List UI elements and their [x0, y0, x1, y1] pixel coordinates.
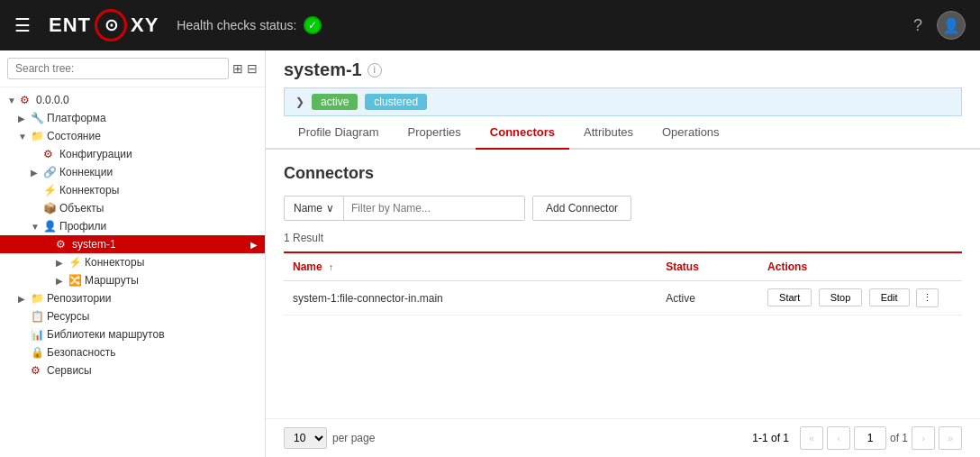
- pagination-controls: 1-1 of 1 « ‹ of 1 › »: [752, 426, 962, 450]
- logo: ENT ⊙ XY: [49, 9, 159, 41]
- connectors-table: Name ↑ Status Actions system-1:file-conn…: [284, 251, 962, 315]
- tree-icon: ⚡: [68, 256, 85, 269]
- last-page-button[interactable]: »: [939, 426, 962, 450]
- tab-attributes[interactable]: Attributes: [569, 116, 648, 150]
- col-header-status: Status: [657, 252, 758, 281]
- add-connector-button[interactable]: Add Connector: [532, 196, 631, 221]
- prev-page-button[interactable]: ‹: [827, 426, 850, 450]
- tree-arrow: ▼: [18, 132, 31, 142]
- per-page: 10 25 50 per page: [284, 427, 375, 449]
- table-row: system-1:file-connector-in.main Active S…: [284, 281, 962, 315]
- sidebar: ⊞ ⊟ ▼ ⚙ 0.0.0.0 ▶ 🔧 Платформа ▼ 📁 Состоя…: [0, 50, 266, 457]
- page-range-label: 1-1 of 1: [752, 432, 789, 444]
- first-page-button[interactable]: «: [800, 426, 823, 450]
- sidebar-item-platform[interactable]: ▶ 🔧 Платформа: [0, 109, 265, 127]
- sidebar-item-profiles[interactable]: ▼ 👤 Профили: [0, 217, 265, 235]
- collapse-icon[interactable]: ⊟: [247, 61, 258, 76]
- tab-properties[interactable]: Properties: [394, 116, 476, 150]
- tree-label: Безопасность: [47, 346, 116, 359]
- per-page-select[interactable]: 10 25 50: [284, 427, 327, 449]
- search-input[interactable]: [7, 58, 229, 79]
- tree-arrow: ▶: [56, 258, 68, 268]
- avatar[interactable]: 👤: [937, 11, 966, 40]
- filter-input[interactable]: [344, 197, 524, 220]
- cell-connector-status: Active: [657, 281, 758, 315]
- tree-label: system-1: [72, 238, 116, 251]
- tree-icon: 👤: [43, 220, 59, 233]
- expand-icon[interactable]: ⊞: [232, 61, 243, 76]
- total-pages-label: of 1: [890, 432, 908, 444]
- status-chevron-icon[interactable]: ❯: [295, 96, 304, 108]
- tree-icon: 📋: [31, 310, 47, 323]
- tree-label: Маршруты: [85, 274, 139, 287]
- filter-bar: Name ∨ Add Connector: [284, 196, 962, 221]
- menu-icon[interactable]: ☰: [14, 14, 31, 36]
- status-badge-clustered: clustered: [365, 94, 427, 110]
- sidebar-item-services[interactable]: ⚙ Сервисы: [0, 361, 265, 379]
- tree-icon: ⚙: [43, 148, 59, 160]
- sidebar-item-system1[interactable]: ⚙ system-1 ▶: [0, 235, 265, 253]
- more-button[interactable]: ⋮: [916, 288, 939, 307]
- sidebar-item-root[interactable]: ▼ ⚙ 0.0.0.0: [0, 91, 265, 109]
- sidebar-item-security[interactable]: 🔒 Безопасность: [0, 343, 265, 361]
- tree-icon: 🔒: [31, 346, 47, 359]
- sidebar-item-repos[interactable]: ▶ 📁 Репозитории: [0, 289, 265, 307]
- tree-icon: ⚙: [56, 238, 72, 251]
- sidebar-item-resources[interactable]: 📋 Ресурсы: [0, 307, 265, 325]
- next-page-button[interactable]: ›: [912, 426, 935, 450]
- start-button[interactable]: Start: [767, 288, 812, 306]
- tabs-bar: Profile Diagram Properties Connectors At…: [266, 116, 980, 150]
- help-icon[interactable]: ?: [913, 16, 922, 35]
- info-icon[interactable]: i: [368, 63, 382, 78]
- sidebar-item-state[interactable]: ▼ 📁 Состояние: [0, 127, 265, 145]
- status-badge-active: active: [312, 94, 358, 110]
- edit-button[interactable]: Edit: [869, 288, 910, 306]
- logo-circle: ⊙: [95, 9, 127, 41]
- cell-connector-name: system-1:file-connector-in.main: [284, 281, 657, 315]
- name-filter: Name ∨: [284, 196, 525, 221]
- health-status: Health checks status: ✓: [177, 16, 895, 34]
- name-filter-label: Name: [294, 202, 322, 215]
- tree-arrow: ▶: [18, 294, 31, 304]
- tree-label: Коннекторы: [59, 184, 119, 197]
- tree-icon: 📁: [31, 292, 47, 305]
- col-header-actions: Actions: [758, 252, 962, 281]
- tab-operations[interactable]: Operations: [648, 116, 734, 150]
- tree-label: Коннекторы: [85, 256, 144, 269]
- pagination-bar: 10 25 50 per page 1-1 of 1 « ‹ of 1 › »: [266, 418, 980, 457]
- sidebar-item-route-libs[interactable]: 📊 Библиотеки маршрутов: [0, 325, 265, 343]
- topbar: ☰ ENT ⊙ XY Health checks status: ✓ ? 👤: [0, 0, 980, 50]
- sidebar-item-sys1-routes[interactable]: ▶ 🔀 Маршруты: [0, 271, 265, 289]
- sidebar-item-connectors[interactable]: ⚡ Коннекторы: [0, 181, 265, 199]
- tree-label: Репозитории: [47, 292, 112, 305]
- tree-label: Ресурсы: [47, 310, 89, 323]
- chevron-down-icon: ∨: [326, 202, 334, 215]
- tab-profile-diagram[interactable]: Profile Diagram: [284, 116, 394, 150]
- page-input[interactable]: [854, 426, 886, 450]
- per-page-label: per page: [332, 432, 375, 444]
- result-count: 1 Result: [284, 232, 962, 244]
- content-area: system-1 i ❯ active clustered Profile Di…: [266, 50, 980, 457]
- tree-arrow: ▶: [56, 276, 68, 286]
- tree-icon: ⚙: [31, 364, 47, 377]
- sidebar-item-configs[interactable]: ⚙ Конфигурации: [0, 145, 265, 163]
- sort-icon[interactable]: ↑: [329, 262, 333, 272]
- name-filter-button[interactable]: Name ∨: [285, 197, 344, 220]
- tree-label: Состояние: [47, 130, 101, 142]
- chevron-right-icon: ▶: [250, 240, 258, 250]
- tree-arrow: ▼: [31, 222, 43, 232]
- health-check-icon: ✓: [304, 16, 322, 34]
- content-header: system-1 i ❯ active clustered: [266, 50, 980, 116]
- sidebar-item-objects[interactable]: 📦 Объекты: [0, 199, 265, 217]
- sidebar-item-connections[interactable]: ▶ 🔗 Коннекции: [0, 163, 265, 181]
- sidebar-item-sys1-connectors[interactable]: ▶ ⚡ Коннекторы: [0, 253, 265, 271]
- connectors-title: Connectors: [284, 164, 962, 183]
- tree-icon: ⚡: [43, 184, 59, 197]
- sidebar-search-bar: ⊞ ⊟: [0, 50, 265, 87]
- tab-connectors[interactable]: Connectors: [476, 116, 569, 150]
- stop-button[interactable]: Stop: [819, 288, 863, 306]
- col-header-name: Name ↑: [284, 252, 657, 281]
- tree-icon: 📁: [31, 130, 47, 142]
- sidebar-tree: ▼ ⚙ 0.0.0.0 ▶ 🔧 Платформа ▼ 📁 Состояние …: [0, 87, 265, 457]
- tree-label: Библиотеки маршрутов: [47, 328, 165, 341]
